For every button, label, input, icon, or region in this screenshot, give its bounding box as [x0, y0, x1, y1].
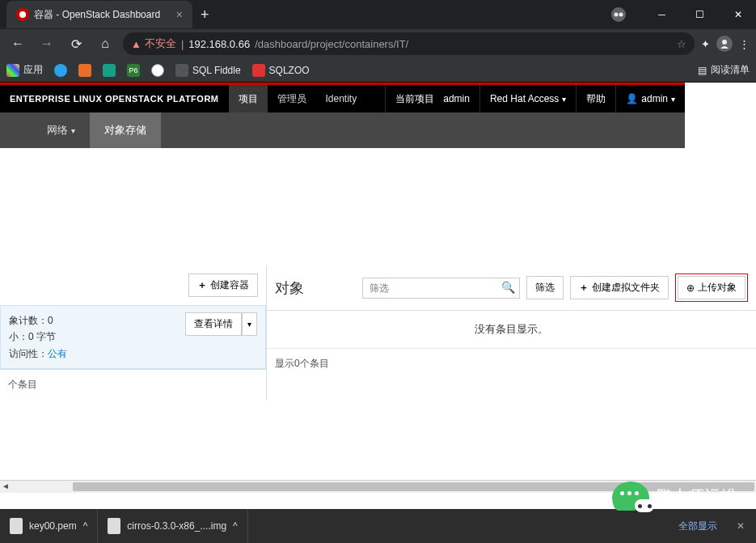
user-icon: 👤 [626, 93, 638, 104]
filter-wrapper: 🔍 [362, 278, 520, 299]
create-pseudo-folder-button[interactable]: ＋创建虚拟文件夹 [570, 276, 669, 299]
svg-point-0 [19, 11, 26, 18]
svg-point-3 [722, 40, 727, 45]
warning-icon: ▲ [131, 38, 141, 50]
back-button[interactable]: ← [6, 36, 29, 51]
nav-identity[interactable]: Identity [316, 85, 367, 112]
apps-shortcut[interactable]: 应用 [6, 63, 43, 77]
tab-title: 容器 - OpenStack Dashboard [34, 8, 171, 22]
objects-header: 对象 🔍 筛选 ＋创建虚拟文件夹 ⊕上传对象 [267, 265, 756, 310]
size-value: 0 字节 [28, 331, 56, 342]
nav-admin[interactable]: 管理员 [268, 85, 316, 112]
subnav-network-label: 网络 [47, 123, 68, 138]
bookmark-item[interactable] [54, 64, 67, 77]
bookmark-label: SQLZOO [269, 65, 310, 76]
help-link[interactable]: 帮助 [576, 85, 615, 112]
forward-button[interactable]: → [36, 36, 58, 51]
chevron-down-icon: ▾ [247, 320, 251, 329]
object-count-label: 象计数 [9, 315, 38, 326]
filter-input[interactable] [362, 278, 520, 299]
insecure-warning: ▲ 不安全 [131, 36, 176, 51]
current-project-value: admin [443, 93, 470, 104]
bookmark-icon [54, 64, 67, 77]
minimize-button[interactable]: ─ [644, 2, 680, 27]
bookmark-sqlzoo[interactable]: SQLZOO [252, 64, 310, 77]
scroll-left-icon[interactable]: ◄ [2, 481, 10, 490]
redhat-favicon-icon [16, 8, 29, 21]
chevron-down-icon: ▾ [71, 126, 75, 135]
plus-icon: ＋ [579, 281, 589, 295]
svg-point-1 [615, 13, 619, 17]
address-bar[interactable]: ▲ 不安全 | 192.168.0.66/dashboard/project/c… [123, 32, 695, 55]
nav-project[interactable]: 项目 [229, 85, 268, 112]
bookmark-icon [78, 64, 91, 77]
create-pseudo-folder-label: 创建虚拟文件夹 [592, 281, 660, 295]
download-item[interactable]: key00.pem ^ [0, 509, 98, 543]
download-filename: key00.pem [29, 520, 77, 532]
download-item[interactable]: cirros-0.3.0-x86_....img ^ [98, 509, 247, 543]
access-value[interactable]: 公有 [48, 348, 67, 359]
top-nav: ENTERPRISE LINUX OPENSTACK PLATFORM 项目 管… [0, 85, 685, 112]
redhat-access-menu[interactable]: Red Hat Access▾ [479, 85, 576, 112]
upload-icon: ⊕ [686, 282, 695, 294]
home-button[interactable]: ⌂ [94, 36, 116, 51]
create-container-button[interactable]: ＋创建容器 [188, 274, 258, 297]
user-menu[interactable]: 👤admin▾ [615, 85, 685, 112]
platform-brand: ENTERPRISE LINUX OPENSTACK PLATFORM [0, 94, 229, 104]
browser-tab[interactable]: 容器 - OpenStack Dashboard × [6, 1, 192, 28]
file-icon [10, 518, 23, 534]
maximize-button[interactable]: ☐ [682, 2, 718, 27]
reload-button[interactable]: ⟳ [65, 36, 87, 52]
close-tab-icon[interactable]: × [176, 8, 183, 21]
chevron-up-icon[interactable]: ^ [233, 520, 238, 532]
subnav-network[interactable]: 网络▾ [32, 112, 90, 148]
svg-point-2 [619, 13, 623, 17]
star-icon[interactable]: ☆ [677, 38, 686, 50]
subnav-object-storage[interactable]: 对象存储 [90, 112, 161, 148]
url-path: /dashboard/project/containers/IT/ [255, 38, 408, 50]
close-shelf-button[interactable]: ✕ [725, 520, 756, 532]
upload-object-button[interactable]: ⊕上传对象 [678, 276, 745, 299]
tab-bar: 容器 - OpenStack Dashboard × + ─ ☐ ✕ [0, 0, 756, 29]
bookmark-icon [252, 64, 265, 77]
bookmark-sqlfiddle[interactable]: SQL Fiddle [175, 64, 241, 77]
bookmarks-bar: 应用 P6 SQL Fiddle SQLZOO ▤阅读清单 [0, 58, 756, 83]
bookmark-icon [175, 64, 188, 77]
incognito-icon [611, 7, 626, 22]
bookmark-label: SQL Fiddle [192, 65, 241, 76]
extensions-icon[interactable]: ✦ [701, 38, 710, 50]
bookmark-icon: P6 [127, 64, 140, 77]
reading-list-icon: ▤ [698, 65, 707, 76]
reading-list-button[interactable]: ▤阅读清单 [698, 63, 750, 77]
objects-title: 对象 [275, 278, 304, 298]
view-details-button[interactable]: 查看详情 [185, 312, 242, 336]
new-tab-button[interactable]: + [192, 6, 218, 23]
close-window-button[interactable]: ✕ [720, 2, 756, 27]
search-icon[interactable]: 🔍 [501, 281, 515, 294]
profile-avatar-icon[interactable] [716, 36, 733, 52]
apps-label: 应用 [23, 63, 43, 77]
current-project: 当前项目 admin [385, 85, 479, 112]
browser-toolbar: ← → ⟳ ⌂ ▲ 不安全 | 192.168.0.66/dashboard/p… [0, 29, 756, 58]
bookmark-icon [103, 64, 116, 77]
bookmark-item[interactable] [78, 64, 91, 77]
containers-sidebar: ＋创建容器 象计数：0 小：0 字节 访问性：公有 查看详情 ▾ 个条目 [0, 265, 267, 400]
view-details-dropdown[interactable]: ▾ [242, 312, 257, 336]
url-host: 192.168.0.66 [188, 38, 250, 50]
bookmark-item[interactable] [103, 64, 116, 77]
menu-icon[interactable]: ⋮ [739, 38, 750, 50]
top-nav-right: 当前项目 admin Red Hat Access▾ 帮助 👤admin▾ [385, 85, 685, 112]
containers-footer: 个条目 [0, 369, 266, 400]
filter-button[interactable]: 筛选 [526, 276, 564, 299]
upload-object-label: 上传对象 [698, 281, 737, 295]
object-count-value: 0 [48, 315, 53, 326]
file-icon [108, 518, 120, 534]
show-all-downloads[interactable]: 全部显示 [670, 520, 725, 533]
download-shelf: key00.pem ^ cirros-0.3.0-x86_....img ^ 全… [0, 509, 756, 543]
window-controls: ─ ☐ ✕ [611, 2, 756, 27]
bookmark-icon [151, 64, 164, 77]
bookmark-item[interactable] [151, 64, 164, 77]
containers-panel: ＋创建容器 象计数：0 小：0 字节 访问性：公有 查看详情 ▾ 个条目 对象 … [0, 265, 756, 400]
bookmark-item[interactable]: P6 [127, 64, 140, 77]
chevron-up-icon[interactable]: ^ [83, 520, 88, 532]
